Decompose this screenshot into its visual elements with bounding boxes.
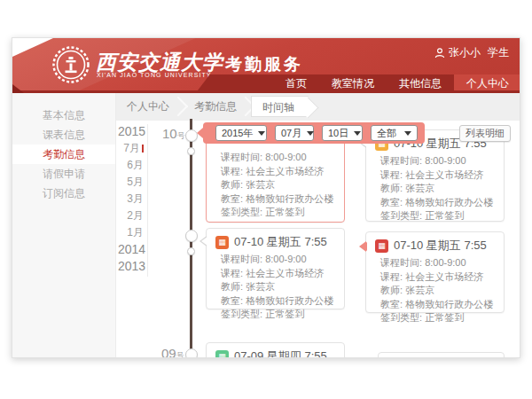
breadcrumb-timeline[interactable]: 时间轴 bbox=[251, 96, 309, 117]
breadcrumb-attendance-info[interactable]: 考勤信息 bbox=[184, 96, 251, 117]
chevron-down-icon bbox=[258, 131, 265, 136]
timeline-node bbox=[187, 147, 195, 155]
timeline-node bbox=[185, 129, 198, 142]
timeline-node bbox=[185, 230, 198, 242]
period-2015[interactable]: 2015 bbox=[118, 123, 144, 140]
breadcrumb: 个人中心 考勤信息 时间轴 bbox=[116, 93, 520, 121]
type-select[interactable]: 全部 bbox=[371, 125, 418, 141]
page-card: 西安交通大学 XI'AN JIAO TONG UNIVERSITY 考勤服务 张… bbox=[12, 37, 520, 358]
sidebar-item-basic-info[interactable]: 基本信息 bbox=[12, 106, 115, 125]
card-date: 07-10 星期五 7:55 bbox=[234, 234, 327, 250]
day-select[interactable]: 10日 bbox=[322, 125, 363, 141]
period-2014[interactable]: 2014 bbox=[118, 241, 144, 258]
period-july[interactable]: 7月 bbox=[118, 140, 144, 157]
timeline-node bbox=[187, 247, 195, 255]
sidebar-item-schedule-info[interactable]: 课表信息 bbox=[12, 125, 115, 145]
user-info[interactable]: 张小小 学生 bbox=[434, 45, 509, 60]
period-may[interactable]: 5月 bbox=[118, 174, 144, 191]
period-january[interactable]: 1月 bbox=[118, 224, 144, 241]
year-select[interactable]: 2015年 bbox=[215, 125, 267, 141]
timeline-panel: 个人中心 考勤信息 时间轴 2015 7月 6月 5月 3月 2月 1月 201… bbox=[116, 93, 520, 358]
header-banner: 西安交通大学 XI'AN JIAO TONG UNIVERSITY 考勤服务 张… bbox=[12, 38, 520, 93]
attendance-card[interactable]: 07-10 星期五 7:55 课程时间: 8:00-9:00 课程: 社会主义市… bbox=[365, 231, 505, 313]
breadcrumb-personal-center[interactable]: 个人中心 bbox=[116, 96, 184, 117]
card-tail bbox=[359, 241, 366, 252]
day-label-10: 10号 bbox=[162, 126, 185, 142]
filter-bar: 2015年 07月 10日 全部 bbox=[203, 122, 425, 144]
timeline-node bbox=[185, 348, 198, 358]
calendar-red-icon bbox=[375, 239, 388, 253]
calendar-green-icon bbox=[215, 350, 229, 359]
card-tail bbox=[200, 236, 207, 246]
period-june[interactable]: 6月 bbox=[118, 157, 144, 174]
sidebar: 基本信息 课表信息 考勤信息 请假申请 订阅信息 bbox=[12, 93, 116, 358]
day-label-09: 09号 bbox=[161, 346, 184, 358]
card-date: 07-09 星期四 7:55 bbox=[234, 348, 327, 358]
attendance-app: 西安交通大学 XI'AN JIAO TONG UNIVERSITY 考勤服务 张… bbox=[0, 0, 532, 399]
university-logo-icon bbox=[51, 45, 90, 84]
month-select[interactable]: 07月 bbox=[275, 125, 314, 141]
content-area: 基本信息 课表信息 考勤信息 请假申请 订阅信息 个人中心 考勤信息 时间轴 2… bbox=[12, 93, 520, 358]
attendance-card[interactable] bbox=[378, 352, 505, 358]
list-detail-button[interactable]: 列表明细 bbox=[459, 125, 511, 142]
timeline-period-list: 2015 7月 6月 5月 3月 2月 1月 2014 2013 bbox=[118, 123, 144, 275]
person-icon bbox=[434, 48, 445, 59]
period-2013[interactable]: 2013 bbox=[118, 258, 144, 275]
chevron-down-icon bbox=[307, 131, 314, 136]
period-march[interactable]: 3月 bbox=[118, 191, 144, 207]
current-month-marker bbox=[142, 145, 144, 153]
period-column-divider bbox=[147, 124, 148, 277]
sidebar-item-leave-request[interactable]: 请假申请 bbox=[12, 164, 115, 184]
sidebar-item-subscription-info[interactable]: 订阅信息 bbox=[12, 184, 115, 203]
chevron-down-icon bbox=[404, 131, 411, 136]
period-february[interactable]: 2月 bbox=[118, 207, 144, 224]
university-name-en: XI'AN JIAO TONG UNIVERSITY bbox=[97, 72, 212, 78]
service-title: 考勤服务 bbox=[225, 53, 303, 76]
calendar-orange-icon bbox=[215, 236, 229, 249]
user-role: 学生 bbox=[488, 45, 509, 60]
ribbon-fold bbox=[12, 84, 24, 93]
chevron-down-icon bbox=[354, 131, 361, 136]
card-date: 07-10 星期五 7:55 bbox=[394, 238, 487, 254]
user-name: 张小小 bbox=[449, 45, 481, 60]
sidebar-item-attendance-info[interactable]: 考勤信息 bbox=[12, 145, 115, 164]
attendance-card[interactable]: 07-10 星期五 7:55 课程时间: 8:00-9:00 课程: 社会主义市… bbox=[206, 228, 345, 309]
attendance-card[interactable]: 07-09 星期四 7:55 bbox=[206, 342, 345, 358]
